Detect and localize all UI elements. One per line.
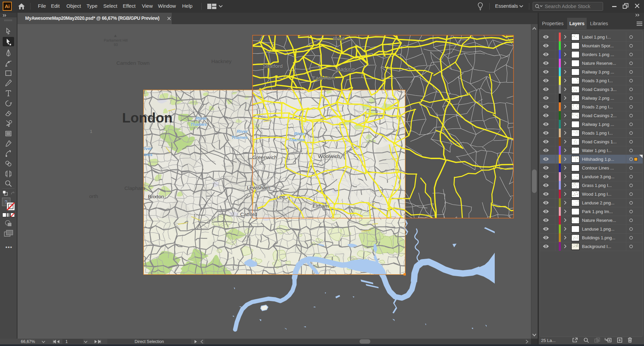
svg-text:East Ham: East Ham (312, 75, 335, 81)
svg-text:Greenwich: Greenwich (252, 154, 277, 160)
svg-text:Eltham: Eltham (313, 203, 329, 209)
svg-text:Brixton: Brixton (148, 194, 164, 199)
svg-text:Clapham: Clapham (124, 185, 145, 191)
svg-text:River: River (294, 131, 305, 136)
svg-text:Thames: Thames (288, 137, 305, 142)
svg-text:Stratford: Stratford (263, 63, 282, 69)
svg-text:orth: orth (89, 193, 98, 199)
svg-text:Thames: Thames (231, 135, 248, 140)
svg-text:1: 1 (90, 129, 92, 134)
svg-text:Woolwich: Woolwich (318, 153, 340, 159)
svg-text:Catford: Catford (240, 211, 257, 217)
svg-text:Thames: Thames (190, 122, 207, 127)
svg-text:Parliament Hill: Parliament Hill (104, 38, 128, 42)
svg-text:Camden Town: Camden Town (116, 60, 150, 66)
svg-text:Barking: Barking (337, 66, 355, 72)
svg-text:Lewisham: Lewisham (247, 185, 270, 190)
svg-text:River: River (237, 129, 248, 134)
svg-text:93: 93 (114, 43, 118, 47)
svg-text:London: London (122, 110, 172, 126)
svg-text:River: River (196, 116, 207, 121)
svg-text:Lee: Lee (276, 194, 285, 200)
svg-text:Ilford: Ilford (333, 36, 344, 41)
svg-text:Hackney: Hackney (211, 58, 232, 64)
